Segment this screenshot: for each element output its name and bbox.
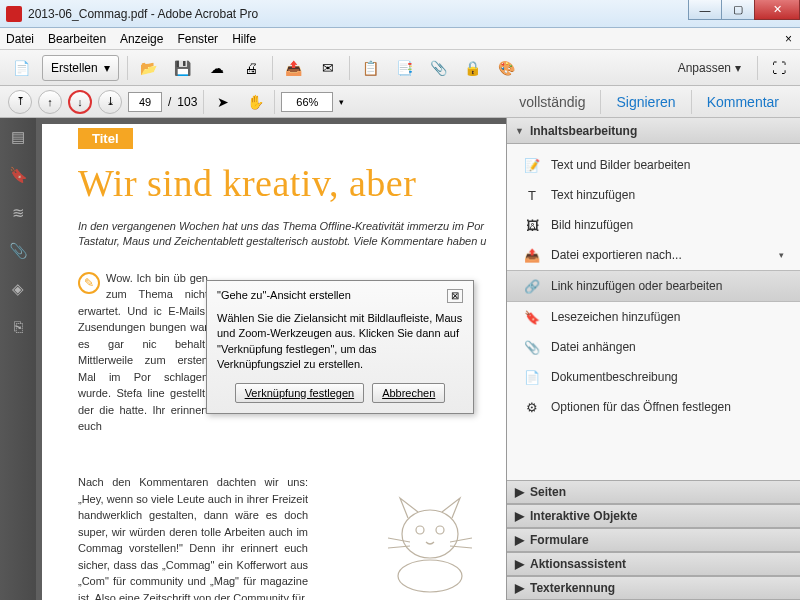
share-icon[interactable]: 📤 — [281, 55, 307, 81]
tool-item-1[interactable]: TText hinzufügen — [507, 180, 800, 210]
tool-icon: T — [523, 186, 541, 204]
submenu-arrow-icon: ▾ — [779, 250, 784, 260]
tool-label: Datei exportieren nach... — [551, 248, 682, 262]
cloud-icon[interactable]: ☁ — [204, 55, 230, 81]
chevron-down-icon[interactable]: ▾ — [339, 97, 344, 107]
tool-icon: 🔗 — [523, 277, 541, 295]
tool-item-0[interactable]: 📝Text und Bilder bearbeiten — [507, 150, 800, 180]
hand-tool-icon[interactable]: ✋ — [242, 89, 268, 115]
tab-signieren[interactable]: Signieren — [603, 90, 688, 114]
prev-page-button[interactable]: ↑ — [38, 90, 62, 114]
section-header-1[interactable]: ▶Interaktive Objekte — [507, 504, 800, 528]
dialog-title: "Gehe zu"-Ansicht erstellen — [217, 289, 351, 303]
menu-bearbeiten[interactable]: Bearbeiten — [48, 32, 106, 46]
dialog-body: Wählen Sie die Zielansicht mit Bildlaufl… — [217, 311, 463, 373]
menu-datei[interactable]: Datei — [6, 32, 34, 46]
expand-icon: ▶ — [515, 533, 524, 547]
combine-icon[interactable]: 📎 — [426, 55, 452, 81]
attachments-icon[interactable]: 📎 — [9, 242, 27, 260]
tool-item-8[interactable]: ⚙Optionen für das Öffnen festlegen — [507, 392, 800, 422]
tab-kommentar[interactable]: Kommentar — [694, 90, 792, 114]
tool-icon: 🔖 — [523, 308, 541, 326]
expand-icon: ▶ — [515, 509, 524, 523]
toolbar-main: 📄 Erstellen ▾ 📂 💾 ☁ 🖨 📤 ✉ 📋 📑 📎 🔒 🎨 Anpa… — [0, 50, 800, 86]
menu-fenster[interactable]: Fenster — [177, 32, 218, 46]
toolbar-navigation: ⤒ ↑ ↓ ⤓ / 103 ➤ ✋ ▾ vollständig Signiere… — [0, 86, 800, 118]
next-page-button[interactable]: ↓ — [68, 90, 92, 114]
tags-icon[interactable]: ⎘ — [9, 318, 27, 336]
export-icon[interactable]: 📋 — [358, 55, 384, 81]
panel-header-inhaltsbearbeitung[interactable]: ▼ Inhaltsbearbeitung — [507, 118, 800, 144]
customize-button[interactable]: Anpassen ▾ — [670, 61, 749, 75]
open-icon[interactable]: 📂 — [136, 55, 162, 81]
tool-item-6[interactable]: 📎Datei anhängen — [507, 332, 800, 362]
mail-icon[interactable]: ✉ — [315, 55, 341, 81]
menu-anzeige[interactable]: Anzeige — [120, 32, 163, 46]
cancel-button[interactable]: Abbrechen — [372, 383, 445, 403]
last-page-button[interactable]: ⤓ — [98, 90, 122, 114]
svg-point-1 — [416, 526, 424, 534]
tab-vollstaendig[interactable]: vollständig — [506, 90, 598, 114]
create-button[interactable]: Erstellen ▾ — [42, 55, 119, 81]
dialog-close-icon[interactable]: ⊠ — [447, 289, 463, 303]
menu-hilfe[interactable]: Hilfe — [232, 32, 256, 46]
pdf-icon — [6, 6, 22, 22]
tool-label: Dokumentbeschreibung — [551, 370, 678, 384]
first-page-button[interactable]: ⤒ — [8, 90, 32, 114]
svg-point-0 — [402, 510, 458, 558]
chevron-down-icon: ▾ — [735, 61, 741, 75]
body-column-1: ✎ Wow. Ich bin üb gen zum Thema nicht er… — [78, 270, 208, 435]
intro-text: In den vergangenen Wochen hat uns das Th… — [78, 219, 488, 250]
select-tool-icon[interactable]: ➤ — [210, 89, 236, 115]
navigation-pane: ▤ 🔖 ≋ 📎 ◈ ⎘ — [0, 118, 36, 600]
layers-icon[interactable]: ≋ — [9, 204, 27, 222]
menubar: Datei Bearbeiten Anzeige Fenster Hilfe × — [0, 28, 800, 50]
tool-item-5[interactable]: 🔖Lesezeichen hinzufügen — [507, 302, 800, 332]
tool-item-3[interactable]: 📤Datei exportieren nach...▾ — [507, 240, 800, 270]
tool-item-7[interactable]: 📄Dokumentbeschreibung — [507, 362, 800, 392]
protect-icon[interactable]: 🔒 — [460, 55, 486, 81]
print-icon[interactable]: 🖨 — [238, 55, 264, 81]
section-header-3[interactable]: ▶Aktionsassistent — [507, 552, 800, 576]
tool-label: Link hinzufügen oder bearbeiten — [551, 279, 722, 293]
signatures-icon[interactable]: ◈ — [9, 280, 27, 298]
window-buttons: — ▢ ✕ — [689, 0, 800, 20]
form-icon[interactable]: 📑 — [392, 55, 418, 81]
page-number-input[interactable] — [128, 92, 162, 112]
section-header-0[interactable]: ▶Seiten — [507, 480, 800, 504]
tool-icon: 📤 — [523, 246, 541, 264]
tool-icon: 📄 — [523, 368, 541, 386]
fullscreen-icon[interactable]: ⛶ — [766, 55, 792, 81]
page-headline: Wir sind kreativ, aber — [78, 161, 488, 205]
window-title: 2013-06_Commag.pdf - Adobe Acrobat Pro — [28, 7, 258, 21]
tool-item-4[interactable]: 🔗Link hinzufügen oder bearbeiten — [507, 270, 800, 302]
document-close-icon[interactable]: × — [785, 32, 792, 46]
thumbnails-icon[interactable]: ▤ — [9, 128, 27, 146]
window-titlebar: 2013-06_Commag.pdf - Adobe Acrobat Pro —… — [0, 0, 800, 28]
zoom-input[interactable] — [281, 92, 333, 112]
maximize-button[interactable]: ▢ — [721, 0, 755, 20]
tool-label: Bild hinzufügen — [551, 218, 633, 232]
section-header-2[interactable]: ▶Formulare — [507, 528, 800, 552]
tool-icon: 📎 — [523, 338, 541, 356]
body-column-2: Nach den Kommentaren dachten wir uns: „H… — [78, 474, 308, 600]
goto-view-dialog: "Gehe zu"-Ansicht erstellen ⊠ Wählen Sie… — [206, 280, 474, 414]
tool-label: Lesezeichen hinzufügen — [551, 310, 680, 324]
tool-item-2[interactable]: 🖼Bild hinzufügen — [507, 210, 800, 240]
set-link-button[interactable]: Verknüpfung festlegen — [235, 383, 364, 403]
page-separator: / — [168, 95, 171, 109]
create-pdf-icon[interactable]: 📄 — [8, 55, 34, 81]
tool-icon: ⚙ — [523, 398, 541, 416]
svg-point-2 — [436, 526, 444, 534]
bookmarks-icon[interactable]: 🔖 — [9, 166, 27, 184]
section-header-4[interactable]: ▶Texterkennung — [507, 576, 800, 600]
chevron-down-icon: ▾ — [104, 61, 110, 75]
save-icon[interactable]: 💾 — [170, 55, 196, 81]
section-label: Titel — [78, 128, 133, 149]
minimize-button[interactable]: — — [688, 0, 722, 20]
color-icon[interactable]: 🎨 — [494, 55, 520, 81]
close-button[interactable]: ✕ — [754, 0, 800, 20]
tool-label: Datei anhängen — [551, 340, 636, 354]
expand-icon: ▶ — [515, 557, 524, 571]
tool-icon: 🖼 — [523, 216, 541, 234]
